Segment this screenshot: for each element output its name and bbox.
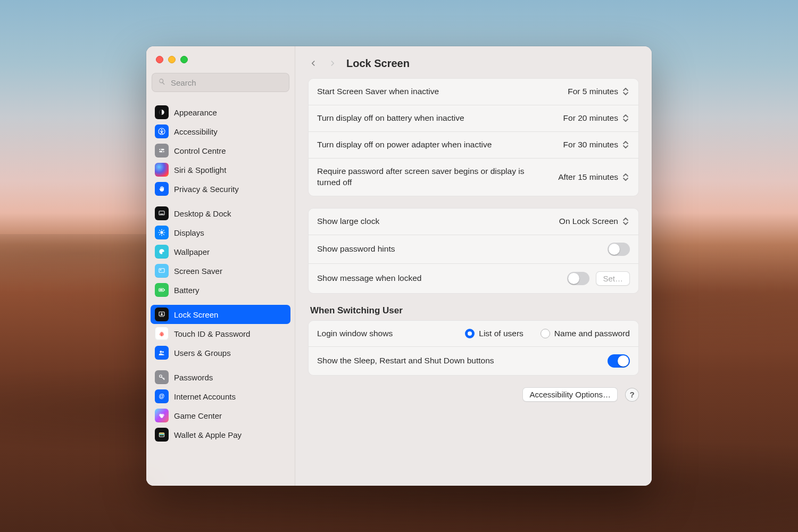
svg-line-14	[160, 230, 160, 231]
touch-id-icon	[155, 327, 169, 340]
sidebar: Appearance Accessibility Control Centre …	[146, 46, 295, 486]
show-password-hints-label: Show password hints	[317, 244, 395, 255]
sidebar-item-desktop-dock[interactable]: Desktop & Dock	[151, 204, 290, 223]
popup-value: For 30 minutes	[563, 140, 618, 149]
screensaver-when-inactive-label: Start Screen Saver when inactive	[317, 86, 439, 97]
lock-screen-icon	[155, 307, 169, 321]
close-icon[interactable]	[156, 56, 163, 63]
radio-list-of-users[interactable]: List of users	[465, 329, 523, 338]
sidebar-item-touch-id-password[interactable]: Touch ID & Password	[151, 324, 290, 343]
show-large-clock-popup[interactable]: On Lock Screen	[559, 216, 630, 227]
svg-rect-4	[159, 151, 164, 153]
svg-rect-3	[159, 149, 164, 151]
sidebar-item-privacy-security[interactable]: Privacy & Security	[151, 179, 290, 198]
desktop-dock-icon	[155, 206, 169, 220]
radio-name-and-password[interactable]: Name and password	[541, 329, 630, 338]
sidebar-item-screen-saver[interactable]: Screen Saver	[151, 261, 290, 280]
require-password-popup[interactable]: After 15 minutes	[558, 172, 630, 182]
display-off-power-label: Turn display off on power adapter when i…	[317, 139, 492, 151]
svg-rect-38	[159, 435, 164, 435]
sidebar-item-label: Internet Accounts	[174, 392, 236, 401]
sidebar-item-users-groups[interactable]: Users & Groups	[151, 343, 290, 362]
sidebar-item-displays[interactable]: Displays	[151, 223, 290, 242]
chevron-up-down-icon	[621, 172, 630, 182]
display-off-power-popup[interactable]: For 30 minutes	[563, 139, 630, 150]
screensaver-when-inactive-popup[interactable]: For 5 minutes	[568, 86, 630, 97]
svg-point-34	[160, 415, 163, 418]
svg-point-9	[160, 231, 163, 234]
login-window-shows-label: Login window shows	[317, 328, 393, 339]
svg-rect-22	[160, 289, 163, 291]
show-sleep-restart-shutdown-toggle[interactable]	[608, 354, 630, 368]
content-pane: Lock Screen Start Screen Saver when inac…	[295, 46, 652, 486]
search-icon	[157, 77, 167, 88]
sidebar-item-appearance[interactable]: Appearance	[151, 103, 290, 122]
show-message-locked-toggle[interactable]	[567, 272, 589, 285]
minimize-icon[interactable]	[168, 56, 176, 63]
chevron-up-down-icon	[621, 113, 630, 123]
sidebar-item-label: Appearance	[174, 108, 217, 117]
sidebar-item-lock-screen[interactable]: Lock Screen	[151, 305, 290, 324]
require-password-label: Require password after screen saver begi…	[317, 166, 541, 188]
radio-indicator-icon	[465, 329, 475, 338]
svg-rect-8	[160, 214, 164, 214]
svg-rect-37	[159, 434, 164, 435]
search-input[interactable]	[171, 78, 284, 87]
content-header: Lock Screen	[295, 46, 652, 76]
svg-text:@: @	[159, 393, 164, 399]
back-button[interactable]	[308, 56, 319, 71]
search-field[interactable]	[152, 73, 289, 92]
forward-button[interactable]	[327, 56, 338, 71]
sidebar-item-control-centre[interactable]: Control Centre	[151, 141, 290, 160]
sidebar-item-internet-accounts[interactable]: @ Internet Accounts	[151, 387, 290, 406]
content-body: Start Screen Saver when inactive For 5 m…	[295, 76, 652, 486]
display-off-battery-label: Turn display off on battery when inactiv…	[317, 113, 464, 124]
sidebar-item-label: Lock Screen	[174, 310, 218, 319]
at-sign-icon: @	[155, 389, 169, 403]
svg-point-5	[160, 149, 161, 150]
display-off-battery-popup[interactable]: For 20 minutes	[563, 113, 630, 123]
svg-point-6	[162, 151, 163, 152]
game-center-icon	[155, 409, 169, 422]
sidebar-item-label: Displays	[174, 228, 204, 237]
sidebar-item-label: Wallpaper	[174, 247, 210, 256]
sidebar-item-passwords[interactable]: Passwords	[151, 368, 290, 387]
sidebar-item-game-center[interactable]: Game Center	[151, 406, 290, 425]
chevron-up-down-icon	[621, 86, 630, 97]
page-title: Lock Screen	[346, 57, 410, 70]
settings-group-display: Show large clock On Lock Screen Show pas…	[308, 208, 639, 294]
help-button[interactable]: ?	[625, 388, 639, 402]
key-icon	[155, 370, 169, 384]
sidebar-item-wallet-apple-pay[interactable]: Wallet & Apple Pay	[151, 425, 290, 444]
battery-icon	[155, 283, 169, 297]
radio-label: List of users	[479, 329, 523, 338]
hand-icon	[155, 182, 169, 196]
svg-point-2	[161, 129, 162, 130]
wallet-icon	[155, 428, 169, 442]
svg-rect-21	[164, 289, 165, 291]
siri-icon	[155, 163, 169, 177]
sidebar-item-siri-spotlight[interactable]: Siri & Spotlight	[151, 160, 290, 179]
svg-point-27	[163, 317, 163, 317]
sidebar-item-label: Passwords	[174, 373, 213, 382]
svg-point-28	[160, 351, 162, 353]
accessibility-icon	[155, 124, 169, 138]
sidebar-item-label: Siri & Spotlight	[174, 165, 226, 174]
sidebar-item-wallpaper[interactable]: Wallpaper	[151, 242, 290, 261]
sidebar-item-accessibility[interactable]: Accessibility	[151, 122, 290, 141]
chevron-up-down-icon	[621, 216, 630, 227]
sidebar-item-label: Wallet & Apple Pay	[174, 430, 242, 439]
sidebar-item-label: Screen Saver	[174, 267, 222, 276]
svg-point-26	[161, 317, 162, 317]
show-password-hints-toggle[interactable]	[608, 243, 630, 256]
screen-saver-icon	[155, 264, 169, 278]
sidebar-item-label: Touch ID & Password	[174, 329, 250, 338]
sidebar-item-label: Control Centre	[174, 146, 226, 155]
set-lock-message-button[interactable]: Set…	[596, 271, 630, 286]
sidebar-item-label: Battery	[174, 286, 200, 295]
sidebar-item-battery[interactable]: Battery	[151, 280, 290, 300]
wallpaper-icon	[155, 245, 169, 259]
svg-rect-19	[160, 269, 162, 270]
zoom-icon[interactable]	[180, 56, 188, 63]
accessibility-options-button[interactable]: Accessibility Options…	[522, 387, 618, 402]
